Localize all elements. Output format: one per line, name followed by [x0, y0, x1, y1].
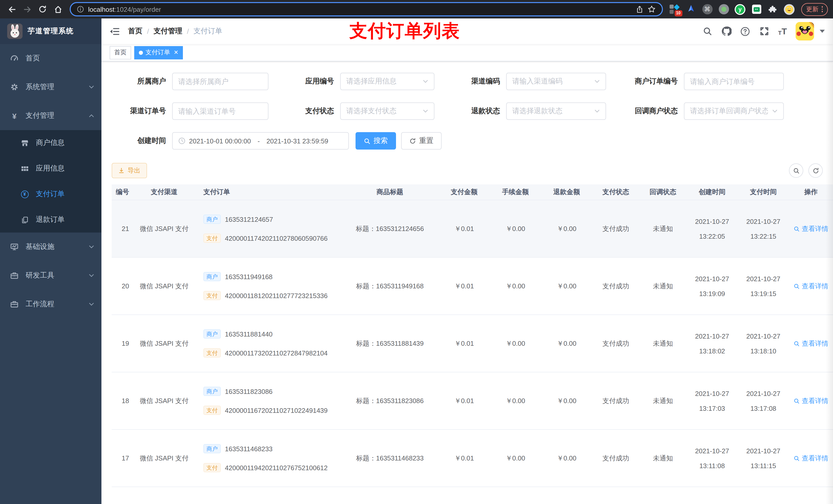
cell-id: 19	[112, 340, 132, 347]
cell-id: 20	[112, 282, 132, 290]
pay-status-select[interactable]: 请选择支付状态	[340, 102, 434, 120]
channel-order-no-field[interactable]	[178, 107, 262, 115]
pay-tag: 支付	[204, 348, 221, 358]
monitor-icon	[10, 243, 19, 251]
tag-home[interactable]: 首页	[110, 46, 131, 59]
cell-channel: 微信 JSAPI 支付	[132, 454, 196, 463]
table-row[interactable]: 18 微信 JSAPI 支付 商户1635311823086 支付4200001…	[112, 373, 833, 430]
toolbar-search-toggle-icon[interactable]	[789, 163, 803, 178]
reload-icon[interactable]	[36, 3, 49, 16]
extension-kite-icon[interactable]	[685, 4, 696, 15]
table-row[interactable]: 19 微信 JSAPI 支付 商户1635311881440 支付4200001…	[112, 315, 833, 373]
sidebar-item-infrastructure[interactable]: 基础设施	[0, 233, 101, 261]
cell-pay-time: 2021-10-2713:18:10	[738, 329, 789, 358]
sidebar-item-refund-order[interactable]: 退款订单	[0, 207, 101, 233]
create-time-range-picker[interactable]: 2021-10-01 00:00:00 - 2021-10-31 23:59:5…	[172, 132, 349, 149]
cell-channel: 微信 JSAPI 支付	[132, 224, 196, 233]
browser-menu-icon[interactable]	[822, 6, 823, 12]
callback-status-select[interactable]: 请选择订单回调商户状态	[684, 102, 784, 120]
dashboard-icon	[10, 54, 19, 63]
filter-pay-status: 支付状态 请选择支付状态	[280, 102, 434, 120]
sidebar-item-payment[interactable]: ¥ 支付管理	[0, 101, 101, 130]
browser-update-button[interactable]: 更新	[801, 3, 828, 16]
app-title: 芋道管理系统	[28, 27, 74, 36]
toolbar-refresh-icon[interactable]	[808, 163, 823, 178]
fullscreen-icon[interactable]	[759, 26, 769, 37]
forward-icon[interactable]	[21, 3, 34, 16]
export-button[interactable]: 导出	[112, 163, 147, 178]
tag-close-icon[interactable]: ✕	[174, 50, 178, 55]
table-row-partial[interactable]: 商户1635311251736	[112, 487, 833, 504]
url-bar[interactable]: localhost:1024/pay/order	[70, 2, 663, 16]
breadcrumb-current: 支付订单	[194, 27, 222, 36]
site-info-icon[interactable]	[77, 6, 84, 13]
header-search-icon[interactable]	[703, 26, 713, 37]
view-detail-link[interactable]: 查看详情	[793, 396, 828, 405]
merchant-order-no-input[interactable]	[684, 73, 784, 90]
filter-create-time: 创建时间 2021-10-01 00:00:00 - 2021-10-31 23…	[112, 132, 442, 149]
sidebar-item-pay-order[interactable]: ¥ 支付订单	[0, 181, 101, 207]
back-icon[interactable]	[5, 3, 19, 16]
extension-y-icon[interactable]: y	[734, 4, 746, 15]
breadcrumb-payment[interactable]: 支付管理	[154, 27, 182, 36]
reset-button[interactable]: 重置	[401, 132, 442, 149]
view-detail-link[interactable]: 查看详情	[793, 282, 828, 291]
bookmark-star-icon[interactable]	[647, 5, 656, 13]
share-icon[interactable]	[636, 5, 643, 13]
pay-tag: 支付	[204, 291, 221, 300]
font-size-icon[interactable]: TT	[778, 27, 787, 35]
sidebar-item-label: 商户信息	[36, 138, 65, 147]
merchant-input-field[interactable]	[178, 77, 262, 86]
sidebar-item-label: 应用信息	[36, 164, 65, 173]
date-end[interactable]: 2021-10-31 23:59:59	[266, 137, 328, 145]
cell-fee: ￥0.00	[490, 224, 541, 233]
table-row[interactable]: 17 微信 JSAPI 支付 商户1635311468233 支付4200001…	[112, 430, 833, 487]
extension-record-icon[interactable]	[718, 4, 729, 15]
view-detail-link[interactable]: 查看详情	[793, 339, 828, 348]
sidebar-item-home[interactable]: 首页	[0, 44, 101, 73]
extensions-puzzle-icon[interactable]	[767, 4, 779, 15]
table-header: 编号 支付渠道 支付订单 商品标题 支付金额 手续金额 退款金额 支付状态 回调…	[112, 184, 833, 200]
channel-order-no-input[interactable]	[172, 102, 268, 120]
sidebar-item-workflow[interactable]: 工作流程	[0, 290, 101, 318]
table-row[interactable]: 20 微信 JSAPI 支付 商户1635311949168 支付4200001…	[112, 258, 833, 315]
home-icon[interactable]	[51, 3, 65, 16]
avatar-caret-icon[interactable]	[820, 30, 825, 33]
top-navbar: 首页 / 支付管理 / 支付订单 支付订单列表	[101, 19, 833, 44]
merchant-order-no-field[interactable]	[690, 77, 778, 86]
pay-order-table: 编号 支付渠道 支付订单 商品标题 支付金额 手续金额 退款金额 支付状态 回调…	[112, 184, 833, 504]
merchant-input[interactable]	[172, 73, 268, 90]
filter-channel-order-no: 渠道订单号	[112, 102, 268, 120]
extension-command-icon[interactable]: ⌘	[701, 4, 713, 15]
cell-id: 18	[112, 397, 132, 405]
app-select[interactable]: 请选择应用信息	[340, 73, 434, 90]
browser-profile-avatar[interactable]	[784, 4, 795, 15]
sidebar-item-app-info[interactable]: 应用信息	[0, 156, 101, 181]
github-icon[interactable]	[721, 26, 732, 37]
view-detail-link[interactable]: 查看详情	[793, 454, 828, 463]
breadcrumb-home[interactable]: 首页	[128, 27, 142, 36]
sidebar-item-dev-tools[interactable]: 研发工具	[0, 261, 101, 290]
filter-label: 渠道编码	[446, 77, 506, 86]
channel-code-select[interactable]: 请输入渠道编码	[506, 73, 606, 90]
search-button[interactable]: 搜索	[356, 132, 396, 149]
sidebar-collapse-icon[interactable]	[110, 26, 120, 37]
col-fee: 手续金额	[490, 188, 541, 197]
cell-fee: ￥0.00	[490, 454, 541, 463]
user-avatar[interactable]	[795, 22, 814, 41]
extension-tabs-icon[interactable]: 10	[669, 4, 680, 15]
tag-pay-order[interactable]: 支付订单 ✕	[134, 46, 183, 59]
date-start[interactable]: 2021-10-01 00:00:00	[189, 137, 251, 145]
table-row[interactable]: 21 微信 JSAPI 支付 商户1635312124657 支付4200001…	[112, 200, 833, 258]
help-icon[interactable]	[740, 26, 751, 37]
sidebar-logo[interactable]: 芋道管理系统	[0, 19, 101, 44]
view-detail-link[interactable]: 查看详情	[793, 224, 828, 233]
chevron-down-icon	[772, 109, 778, 113]
col-callback: 回调状态	[639, 188, 687, 197]
refund-status-select[interactable]: 请选择退款状态	[506, 102, 606, 120]
extension-chat-icon[interactable]	[751, 4, 762, 15]
merchant-tag: 商户	[204, 444, 221, 453]
sidebar-item-system[interactable]: 系统管理	[0, 73, 101, 101]
cell-title: 标题：1635311823086	[341, 396, 438, 405]
sidebar-item-merchant-info[interactable]: 商户信息	[0, 130, 101, 156]
